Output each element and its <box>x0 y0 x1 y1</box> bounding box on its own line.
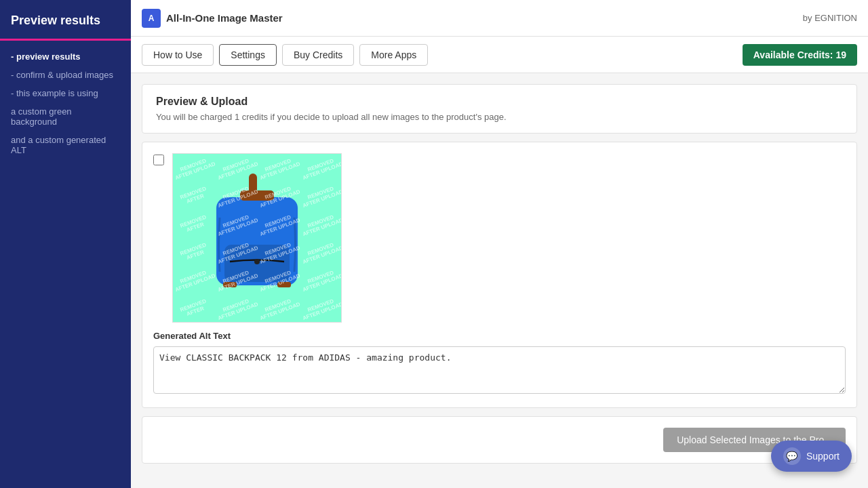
nav-tabs-bar: How to Use Settings Buy Credits More App… <box>131 37 868 73</box>
support-icon: 💬 <box>783 447 801 465</box>
alt-text-textarea[interactable] <box>153 346 846 394</box>
sidebar-nav: - preview results - confirm & upload ima… <box>0 41 131 166</box>
backpack-image <box>203 170 311 306</box>
settings-button[interactable]: Settings <box>219 44 277 66</box>
svg-rect-5 <box>223 282 237 287</box>
topbar: A All-In-One Image Master by EGNITION <box>131 0 868 37</box>
more-apps-button[interactable]: More Apps <box>359 44 428 66</box>
image-checkbox-wrap[interactable] <box>153 155 164 168</box>
image-item-card: REMOVEDAFTER UPLOAD REMOVEDAFTER UPLOAD … <box>142 142 857 408</box>
sidebar-item-example-line2[interactable]: a custom green background <box>0 102 131 131</box>
product-image-wrap: REMOVEDAFTER UPLOAD REMOVEDAFTER UPLOAD … <box>172 153 342 323</box>
sidebar-title: Preview results <box>0 0 131 41</box>
svg-rect-4 <box>240 190 274 201</box>
how-to-use-button[interactable]: How to Use <box>142 44 214 66</box>
preview-card: Preview & Upload You will be charged 1 c… <box>142 84 857 134</box>
by-egnition-label: by EGNITION <box>803 13 857 23</box>
image-item-header: REMOVEDAFTER UPLOAD REMOVEDAFTER UPLOAD … <box>153 153 846 323</box>
sidebar-item-example-line1[interactable]: - this example is using <box>0 84 131 102</box>
sidebar: Preview results - preview results - conf… <box>0 0 131 488</box>
credits-badge: Available Credits: 19 <box>743 44 857 66</box>
app-logo-icon: A <box>142 9 161 28</box>
svg-point-3 <box>254 259 260 264</box>
sidebar-item-confirm-upload[interactable]: - confirm & upload images <box>0 66 131 84</box>
alt-text-label: Generated Alt Text <box>153 331 846 341</box>
sidebar-item-preview-results[interactable]: - preview results <box>0 47 131 66</box>
alt-text-section: Generated Alt Text <box>153 331 846 396</box>
app-name: All-In-One Image Master <box>166 12 283 24</box>
preview-card-subtitle: You will be charged 1 credits if you dec… <box>156 112 843 122</box>
main-area: A All-In-One Image Master by EGNITION Ho… <box>131 0 868 488</box>
content-area: Preview & Upload You will be charged 1 c… <box>131 73 868 488</box>
app-logo: A All-In-One Image Master <box>142 9 283 28</box>
upload-bar: Upload Selected Images to the Pro... <box>142 416 857 464</box>
image-select-checkbox[interactable] <box>153 155 164 165</box>
buy-credits-button[interactable]: Buy Credits <box>282 44 354 66</box>
sidebar-item-example-line3[interactable]: and a custom generated ALT <box>0 131 131 159</box>
preview-card-title: Preview & Upload <box>156 96 843 108</box>
support-button[interactable]: 💬 Support <box>771 441 852 472</box>
support-label: Support <box>806 451 840 462</box>
product-image-bg <box>173 154 341 322</box>
svg-rect-6 <box>277 282 291 287</box>
